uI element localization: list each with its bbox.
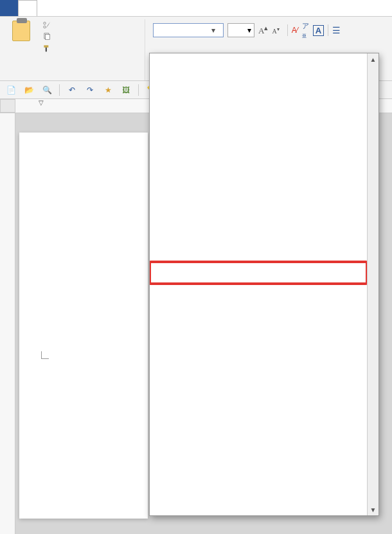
- tab-design[interactable]: [55, 0, 73, 16]
- paste-button[interactable]: [4, 19, 39, 64]
- tab-mailings[interactable]: [109, 0, 127, 16]
- chevron-down-icon: ▾: [211, 26, 220, 35]
- redo-icon[interactable]: ↷: [84, 84, 96, 96]
- character-border-button[interactable]: A: [313, 25, 324, 36]
- font-name-combobox[interactable]: ▾: [153, 23, 224, 37]
- menu-bar: [0, 0, 392, 17]
- svg-rect-3: [46, 35, 50, 40]
- bullets-button[interactable]: ☰: [332, 25, 341, 35]
- tab-page-layout[interactable]: [73, 0, 91, 16]
- scroll-up-icon[interactable]: ▲: [369, 55, 378, 64]
- tab-stop-indicator[interactable]: [0, 99, 15, 113]
- clipboard-icon: [12, 21, 30, 41]
- tab-file[interactable]: [0, 0, 18, 16]
- new-doc-icon[interactable]: 📄: [5, 84, 17, 96]
- image-icon[interactable]: 🖼: [120, 84, 132, 96]
- clipboard-group-label: [4, 79, 145, 80]
- document-page[interactable]: [19, 133, 148, 519]
- undo-icon[interactable]: ↶: [66, 84, 78, 96]
- clear-formatting-button[interactable]: A⁄: [292, 26, 298, 35]
- copy-button[interactable]: [42, 32, 54, 41]
- svg-point-0: [44, 22, 46, 24]
- open-icon[interactable]: 📂: [23, 84, 35, 96]
- increase-font-button[interactable]: A▴: [258, 24, 268, 36]
- tab-references[interactable]: [91, 0, 109, 16]
- decrease-font-button[interactable]: A▾: [272, 26, 279, 35]
- font-controls: ▾ ▾ A▴ A▾ A⁄ ア亜 A ☰: [145, 19, 388, 39]
- tab-home[interactable]: [18, 0, 37, 16]
- tab-insert[interactable]: [37, 0, 55, 16]
- print-preview-icon[interactable]: 🔍: [41, 84, 53, 96]
- favorites-icon[interactable]: ★: [102, 84, 114, 96]
- brush-icon: [42, 44, 51, 53]
- scroll-down-icon[interactable]: ▼: [369, 505, 378, 514]
- format-painter-button[interactable]: [42, 44, 54, 53]
- dropdown-scrollbar[interactable]: ▲ ▼: [367, 53, 379, 515]
- page-corner-mark: [41, 351, 49, 359]
- copy-icon: [42, 32, 51, 41]
- chevron-down-icon: ▾: [247, 26, 251, 35]
- font-dropdown: ▲ ▼: [149, 53, 379, 516]
- scissors-icon: [42, 21, 51, 30]
- vertical-ruler[interactable]: [0, 113, 15, 534]
- cut-button[interactable]: [42, 21, 54, 30]
- font-size-combobox[interactable]: ▾: [227, 23, 254, 37]
- svg-point-1: [44, 26, 46, 28]
- margin-marker-icon[interactable]: ▽: [39, 99, 44, 106]
- phonetic-guide-button[interactable]: ア亜: [302, 21, 309, 39]
- clipboard-group: [4, 19, 145, 80]
